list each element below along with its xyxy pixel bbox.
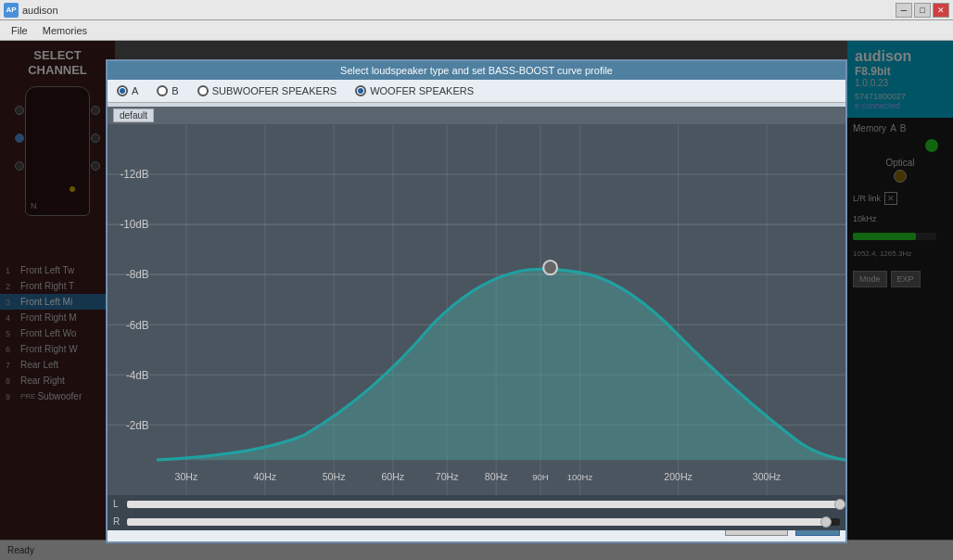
title-bar-text: audison <box>22 5 58 16</box>
svg-text:-10dB: -10dB <box>120 218 148 230</box>
radio-circle-subwoofer <box>197 85 209 96</box>
svg-text:80Hz: 80Hz <box>485 471 508 482</box>
r-slider-thumb[interactable] <box>820 516 832 528</box>
memories-menu[interactable]: Memories <box>35 23 95 38</box>
radio-option-subwoofer[interactable]: SUBWOOFER SPEAKERS <box>197 85 337 96</box>
title-bar-controls: ─ □ ✕ <box>896 3 949 18</box>
r-slider-track[interactable] <box>127 518 840 526</box>
radio-option-a[interactable]: A <box>117 85 138 96</box>
graph-container: default <box>108 107 845 505</box>
main-content: SELECTCHANNEL N <box>0 41 953 560</box>
svg-text:200Hz: 200Hz <box>664 471 693 482</box>
l-slider-thumb[interactable] <box>834 499 845 510</box>
modal-title: Select loudspeaker type and set BASS-BOO… <box>340 65 613 76</box>
control-point[interactable] <box>543 261 557 274</box>
menu-bar: File Memories <box>0 20 953 41</box>
radio-circle-b <box>157 85 168 96</box>
modal-overlay: Select loudspeaker type and set BASS-BOO… <box>0 41 953 560</box>
radio-label-a: A <box>132 85 138 96</box>
svg-text:90H: 90H <box>532 472 549 482</box>
modal-dialog: Select loudspeaker type and set BASS-BOO… <box>106 59 847 543</box>
close-button[interactable]: ✕ <box>933 3 949 18</box>
modal-title-bar: Select loudspeaker type and set BASS-BOO… <box>108 61 845 80</box>
radio-option-woofer[interactable]: WOOFER SPEAKERS <box>355 85 474 96</box>
svg-text:-8dB: -8dB <box>126 268 149 280</box>
svg-text:-2dB: -2dB <box>126 419 149 431</box>
l-slider-row: L <box>108 495 845 513</box>
radio-label-woofer: WOOFER SPEAKERS <box>370 85 474 96</box>
svg-text:-6dB: -6dB <box>126 318 149 330</box>
svg-text:-12dB: -12dB <box>120 168 148 180</box>
svg-text:-4dB: -4dB <box>126 368 149 380</box>
svg-text:40Hz: 40Hz <box>253 471 276 482</box>
default-badge: default <box>113 108 154 122</box>
l-slider-fill <box>127 501 840 508</box>
r-slider-label: R <box>113 516 127 527</box>
svg-text:300Hz: 300Hz <box>753 471 781 482</box>
file-menu[interactable]: File <box>4 23 35 38</box>
radio-circle-a <box>117 85 128 96</box>
app-window: AP audison ─ □ ✕ File Memories SELECTCHA… <box>0 0 953 560</box>
title-bar-left: AP audison <box>4 3 58 18</box>
radio-options-row: A B SUBWOOFER SPEAKERS WOOFER SPEAKERS <box>108 80 845 103</box>
graph-area: -12dB -10dB -8dB -6dB -4dB -2dB 30Hz 40H… <box>108 124 845 495</box>
app-icon: AP <box>4 3 19 18</box>
svg-text:30Hz: 30Hz <box>175 471 198 482</box>
l-slider-label: L <box>113 499 127 509</box>
restore-button[interactable]: □ <box>914 3 931 18</box>
radio-circle-woofer <box>355 85 366 96</box>
svg-text:70Hz: 70Hz <box>436 471 459 482</box>
graph-header: default <box>108 107 845 124</box>
svg-text:60Hz: 60Hz <box>381 471 404 482</box>
svg-text:100Hz: 100Hz <box>567 472 593 482</box>
l-slider-track[interactable] <box>127 501 840 508</box>
svg-text:50Hz: 50Hz <box>323 471 346 482</box>
title-bar: AP audison ─ □ ✕ <box>0 0 953 20</box>
curve-svg: -12dB -10dB -8dB -6dB -4dB -2dB 30Hz 40H… <box>108 124 845 495</box>
radio-label-subwoofer: SUBWOOFER SPEAKERS <box>212 85 337 96</box>
radio-option-b[interactable]: B <box>157 85 178 96</box>
minimize-button[interactable]: ─ <box>896 3 912 18</box>
radio-label-b: B <box>172 85 178 96</box>
r-slider-fill <box>127 518 826 526</box>
r-slider-row: R <box>108 513 845 530</box>
